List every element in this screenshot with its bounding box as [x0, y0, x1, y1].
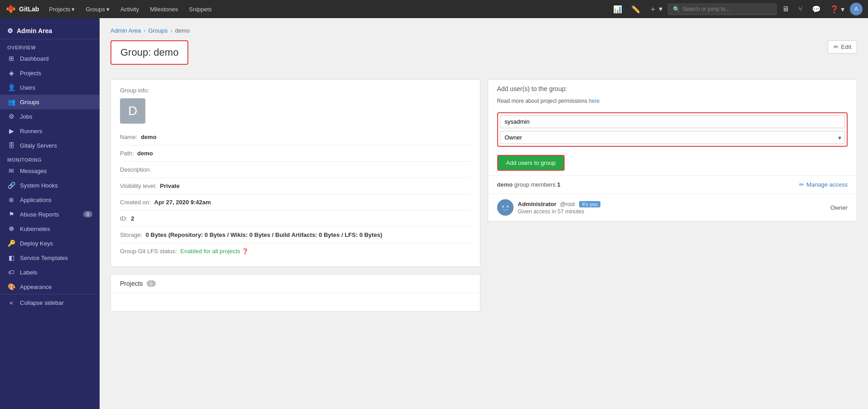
nav-groups[interactable]: Groups ▾ [81, 4, 114, 14]
projects-label: Projects [120, 280, 143, 287]
projects-body [111, 293, 480, 311]
member-avatar-img [497, 199, 513, 216]
group-name-row: Name: demo [120, 129, 471, 145]
sidebar-collapse-btn[interactable]: « Collapse sidebar [0, 294, 100, 310]
right-column: Add user(s) to the group: Read more abou… [488, 79, 858, 312]
breadcrumb-groups[interactable]: Groups [149, 27, 168, 34]
nav-plus-icon[interactable]: ＋ ▾ [646, 3, 666, 16]
sidebar-item-labels[interactable]: 🏷 Labels [0, 265, 100, 279]
permissions-link[interactable]: here [589, 98, 599, 104]
visibility-label: Visibility level: [120, 183, 157, 189]
search-box[interactable]: 🔍 Search or jump to... [668, 4, 777, 15]
content-grid: Group info: D Name: demo Path: demo [110, 79, 857, 312]
sidebar-item-applications[interactable]: ⊕ Applications [0, 192, 100, 207]
sidebar-item-service-templates[interactable]: ◧ Service Templates [0, 250, 100, 265]
name-value: demo [141, 134, 157, 140]
role-select-wrapper: Guest Reporter Developer Maintainer Owne… [500, 131, 845, 144]
id-label: ID: [120, 215, 128, 222]
deploy-keys-icon: 🔑 [7, 240, 15, 247]
member-name: Administrator [518, 201, 556, 207]
edit-button[interactable]: ✏ Edit [828, 40, 857, 53]
projects-header: Projects 0 [111, 274, 480, 293]
add-users-button[interactable]: Add users to group [497, 155, 565, 171]
nav-issue-icon[interactable]: 💬 [808, 3, 825, 15]
description-label: Description: [120, 166, 151, 173]
sidebar-item-dashboard[interactable]: ⊞ Dashboard [0, 51, 100, 66]
sidebar-item-kubernetes[interactable]: ☸ Kubernetes [0, 221, 100, 236]
sidebar-item-abuse-reports[interactable]: ⚑ Abuse Reports 0 [0, 207, 100, 221]
created-value: Apr 27, 2020 9:42am [154, 199, 211, 206]
group-info-label: Group info: [120, 87, 471, 94]
add-users-title: Add user(s) to the group: [488, 80, 857, 96]
group-avatar: D [120, 98, 145, 124]
nav-milestones[interactable]: Milestones [145, 4, 182, 14]
lfs-help-icon[interactable]: ❓ [242, 248, 249, 255]
nav-snippets[interactable]: Snippets [184, 4, 216, 14]
nav-help-icon[interactable]: ❓ ▾ [826, 3, 848, 15]
group-lfs-row: Group Git LFS status: Enabled for all pr… [120, 243, 471, 259]
collapse-icon: « [7, 299, 15, 306]
edit-icon: ✏ [834, 43, 839, 50]
left-column: Group info: D Name: demo Path: demo [110, 79, 480, 312]
sidebar-admin-title: ⚙ Admin Area [0, 23, 100, 39]
sidebar-item-messages[interactable]: ✉ Messages [0, 164, 100, 178]
breadcrumb-current: demo [175, 27, 190, 34]
member-role: Owner [830, 204, 848, 211]
sidebar-item-groups[interactable]: 👥 Groups [0, 95, 100, 109]
path-label: Path: [120, 150, 134, 157]
projects-count-badge: 0 [147, 280, 156, 287]
created-label: Created on: [120, 199, 151, 206]
visibility-value: Private [160, 183, 179, 189]
breadcrumb-sep-1: › [144, 27, 145, 34]
sidebar-item-projects[interactable]: ◈ Projects [0, 66, 100, 80]
nav-activity[interactable]: Activity [116, 4, 144, 14]
breadcrumb-admin-area[interactable]: Admin Area [110, 27, 141, 34]
top-navigation: GitLab Projects ▾ Groups ▾ Activity Mile… [0, 0, 868, 18]
sidebar-item-appearance[interactable]: 🎨 Appearance [0, 279, 100, 294]
service-templates-icon: ◧ [7, 254, 15, 261]
gitaly-icon: 🗄 [7, 142, 15, 149]
users-icon: 👤 [7, 84, 15, 91]
sidebar-item-deploy-keys[interactable]: 🔑 Deploy Keys [0, 236, 100, 250]
permissions-text: Read more about project permissions here [488, 96, 857, 109]
labels-icon: 🏷 [7, 269, 15, 276]
breadcrumb: Admin Area › Groups › demo [110, 27, 857, 34]
svg-point-2 [506, 206, 508, 208]
gitlab-logo[interactable]: GitLab [5, 4, 39, 14]
page-header: Group: demo ✏ Edit [110, 40, 857, 72]
nav-bar-chart-icon[interactable]: 📊 [609, 3, 626, 15]
sidebar-item-jobs[interactable]: ⚙ Jobs [0, 109, 100, 124]
logo-text: GitLab [19, 5, 39, 13]
appearance-icon: 🎨 [7, 283, 15, 290]
nav-merge-icon[interactable]: ⑂ [795, 3, 806, 15]
name-label: Name: [120, 134, 137, 140]
member-name-line: Administrator @root It's you [518, 200, 826, 207]
nav-monitor-icon[interactable]: 🖥 [778, 3, 793, 15]
runners-icon: ▶ [7, 127, 15, 135]
group-path-row: Path: demo [120, 145, 471, 162]
role-select[interactable]: Guest Reporter Developer Maintainer Owne… [500, 131, 845, 144]
sidebar-item-gitaly[interactable]: 🗄 Gitaly Servers [0, 138, 100, 153]
nav-pencil-icon[interactable]: ✏️ [628, 3, 644, 15]
nav-projects[interactable]: Projects ▾ [44, 4, 79, 14]
member-given-access: Given access in 57 minutes [518, 208, 826, 215]
group-title-box: Group: demo [110, 40, 188, 65]
lfs-label: Group Git LFS status: [120, 248, 177, 255]
group-storage-row: Storage: 0 Bytes (Repository: 0 Bytes / … [120, 227, 471, 243]
manage-access-button[interactable]: ✏ Manage access [799, 181, 848, 188]
system-hooks-icon: 🔗 [7, 182, 15, 189]
group-info-card: Group info: D Name: demo Path: demo [110, 79, 480, 267]
projects-icon: ◈ [7, 69, 15, 77]
user-avatar[interactable]: A [850, 3, 863, 15]
members-title: demo group members 1 [497, 181, 561, 188]
jobs-icon: ⚙ [7, 113, 15, 120]
group-visibility-row: Visibility level: Private [120, 178, 471, 194]
groups-icon: 👥 [7, 98, 15, 106]
sidebar-item-users[interactable]: 👤 Users [0, 80, 100, 95]
page-title: Group: demo [120, 47, 178, 58]
sidebar-item-runners[interactable]: ▶ Runners [0, 124, 100, 138]
user-search-input[interactable] [500, 115, 845, 128]
abuse-reports-badge: 0 [83, 211, 92, 217]
sidebar-item-system-hooks[interactable]: 🔗 System Hooks [0, 178, 100, 192]
applications-icon: ⊕ [7, 196, 15, 203]
